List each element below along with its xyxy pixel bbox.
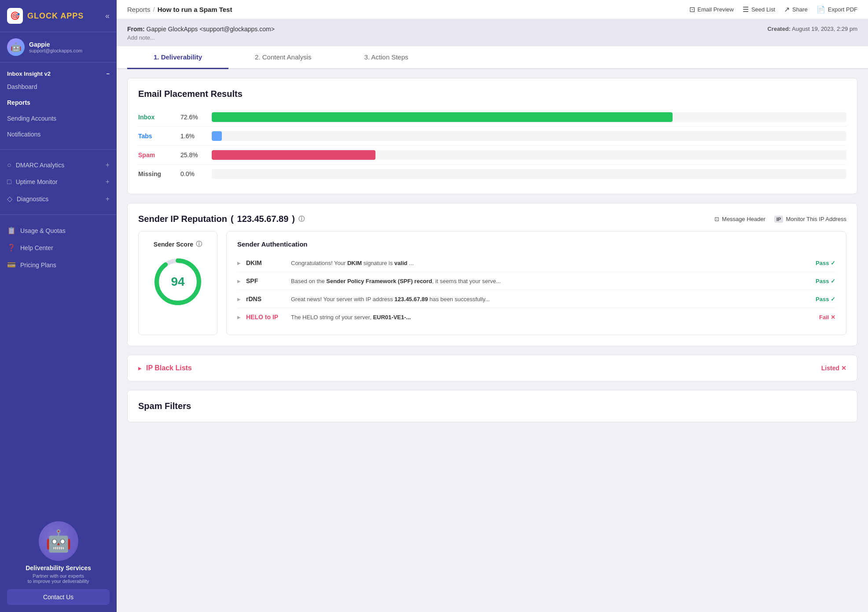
breadcrumb-separator: / [153, 6, 155, 13]
created-line: Created: August 19, 2023, 2:29 pm [767, 26, 857, 32]
auth-helo-name: HELO to IP [246, 313, 286, 321]
spam-filters-card: Spam Filters [127, 390, 857, 422]
placement-row-inbox: Inbox 72.6% [138, 108, 846, 127]
help-icon: ❓ [7, 243, 16, 252]
auth-dkim-status: Pass ✓ [816, 260, 835, 266]
tab-action-steps[interactable]: 3. Action Steps [338, 46, 434, 69]
sender-auth-card: Sender Authentication ▶ DKIM Congratulat… [226, 231, 846, 335]
monitor-ip-button[interactable]: IP Monitor This IP Address [774, 216, 846, 223]
sender-score-card: Sender Score ⓘ 94 [138, 231, 217, 335]
tools-section: ○ DMARC Analytics + □ Uptime Monitor + ◇… [0, 152, 117, 212]
sender-ip-actions: ⊡ Message Header IP Monitor This IP Addr… [714, 216, 846, 223]
placement-row-missing: Missing 0.0% [138, 165, 846, 183]
placement-bar-wrap-tabs [212, 131, 846, 141]
email-preview-icon: ⊡ [689, 5, 695, 14]
export-pdf-icon: 📄 [817, 5, 825, 14]
sender-ip-card: Sender IP Reputation (123.45.67.89) ⓘ ⊡ … [127, 203, 857, 346]
email-placement-card: Email Placement Results Inbox 72.6% Tabs… [127, 78, 857, 194]
sidebar-item-pricing[interactable]: 💳 Pricing Plans [0, 256, 117, 273]
blacklist-status: Listed ✕ [821, 365, 846, 372]
auth-rdns-desc: Great news! Your server with IP address … [291, 296, 810, 302]
score-info-icon[interactable]: ⓘ [196, 240, 202, 248]
auth-dkim-desc: Congratulations! Your DKIM signature is … [291, 260, 810, 266]
sidebar-item-sending-accounts[interactable]: Sending Accounts [0, 111, 117, 126]
breadcrumb-current: How to run a Spam Test [158, 6, 232, 13]
sender-auth-title: Sender Authentication [237, 240, 835, 248]
placement-bar-wrap-missing [212, 169, 846, 179]
sidebar-item-help[interactable]: ❓ Help Center [0, 239, 117, 256]
sidebar-item-usage[interactable]: 📋 Usage & Quotas [0, 222, 117, 239]
auth-rdns-expand[interactable]: ▶ [237, 297, 241, 302]
sender-ip-header: Sender IP Reputation (123.45.67.89) ⓘ ⊡ … [138, 214, 846, 224]
share-button[interactable]: ↗ Share [784, 5, 808, 14]
avatar: 🤖 [7, 38, 25, 56]
placement-row-spam: Spam 25.8% [138, 146, 846, 165]
export-pdf-button[interactable]: 📄 Export PDF [817, 5, 857, 14]
placement-bar-wrap-spam [212, 150, 846, 160]
add-note-link[interactable]: Add note... [127, 34, 275, 41]
contact-us-button[interactable]: Contact Us [7, 589, 110, 605]
placement-bar-spam [212, 150, 375, 160]
sidebar-item-notifications[interactable]: Notifications [0, 126, 117, 142]
usage-icon: 📋 [7, 226, 16, 235]
tab-content-analysis[interactable]: 2. Content Analysis [228, 46, 338, 69]
placement-bar-tabs [212, 131, 222, 141]
breadcrumb: Reports / How to run a Spam Test [127, 6, 232, 13]
topbar-actions: ⊡ Email Preview ☰ Seed List ↗ Share 📄 Ex… [689, 5, 857, 14]
seed-list-button[interactable]: ☰ Seed List [743, 5, 775, 14]
auth-helo-status: Fail ✕ [819, 314, 835, 321]
nav-divider-1 [0, 149, 117, 150]
user-email: support@glockapps.com [29, 48, 82, 53]
auth-helo-desc: The HELO string of your server, EUR01-VE… [291, 314, 814, 321]
sender-ip-info-icon[interactable]: ⓘ [298, 215, 305, 223]
message-header-button[interactable]: ⊡ Message Header [714, 216, 765, 222]
auth-row-dkim: ▶ DKIM Congratulations! Your DKIM signat… [237, 254, 835, 272]
auth-rdns-status: Pass ✓ [816, 296, 835, 302]
deliverability-services-title: Deliverability Services [7, 564, 110, 571]
uptime-expand-icon[interactable]: + [106, 178, 110, 186]
sidebar-item-reports[interactable]: Reports [0, 95, 117, 111]
sidebar-item-diagnostics[interactable]: ◇ Diagnostics + [0, 190, 117, 207]
sender-ip-body: Sender Score ⓘ 94 Sende [138, 231, 846, 335]
auth-row-helo: ▶ HELO to IP The HELO string of your ser… [237, 308, 835, 326]
sidebar-item-dmarc[interactable]: ○ DMARC Analytics + [0, 157, 117, 173]
breadcrumb-parent[interactable]: Reports [127, 6, 151, 13]
auth-spf-expand[interactable]: ▶ [237, 279, 241, 284]
diagnostics-expand-icon[interactable]: + [106, 195, 110, 203]
sidebar-header: 🎯 GLOCK APPS « [0, 0, 117, 32]
logo-area: 🎯 GLOCK APPS [7, 8, 84, 24]
tab-deliverability[interactable]: 1. Deliverability [127, 46, 228, 69]
ip-blacklists-card[interactable]: ▶ IP Black Lists Listed ✕ [127, 355, 857, 381]
app-logo-icon: 🎯 [7, 8, 23, 24]
topbar: Reports / How to run a Spam Test ⊡ Email… [117, 0, 868, 19]
inbox-insight-title: Inbox Insight v2 − [0, 67, 117, 79]
sidebar-item-dashboard[interactable]: Dashboard [0, 79, 117, 95]
sender-ip-title: Sender IP Reputation (123.45.67.89) ⓘ [138, 214, 305, 224]
content-area: From: Gappie GlockApps <support@glockapp… [117, 19, 868, 612]
auth-row-spf: ▶ SPF Based on the Sender Policy Framewo… [237, 272, 835, 290]
dmarc-expand-icon[interactable]: + [106, 161, 110, 169]
mascot-image: 🤖 [39, 521, 78, 561]
inbox-insight-section: Inbox Insight v2 − Dashboard Reports Sen… [0, 63, 117, 147]
auth-spf-status: Pass ✓ [816, 278, 835, 284]
uptime-icon: □ [7, 178, 11, 186]
placement-pct-tabs: 1.6% [180, 133, 205, 140]
tabs-bar: 1. Deliverability 2. Content Analysis 3.… [117, 46, 868, 69]
placement-pct-missing: 0.0% [180, 170, 205, 177]
email-preview-button[interactable]: ⊡ Email Preview [689, 5, 734, 14]
share-icon: ↗ [784, 5, 790, 14]
sidebar-collapse-button[interactable]: « [105, 11, 110, 21]
auth-helo-expand[interactable]: ▶ [237, 315, 241, 320]
placement-pct-spam: 25.8% [180, 151, 205, 159]
auth-dkim-expand[interactable]: ▶ [237, 261, 241, 265]
sidebar-item-uptime[interactable]: □ Uptime Monitor + [0, 173, 117, 190]
seed-list-icon: ☰ [743, 5, 749, 14]
sender-score-value: 94 [171, 275, 184, 289]
from-line: From: Gappie GlockApps <support@glockapp… [127, 26, 275, 33]
placement-label-missing: Missing [138, 170, 173, 177]
deliverability-content: Email Placement Results Inbox 72.6% Tabs… [117, 78, 868, 433]
monitor-ip-icon: IP [774, 216, 783, 223]
app-name: GLOCK APPS [27, 11, 84, 21]
from-header: From: Gappie GlockApps <support@glockapp… [117, 19, 868, 46]
placement-row-tabs: Tabs 1.6% [138, 127, 846, 146]
